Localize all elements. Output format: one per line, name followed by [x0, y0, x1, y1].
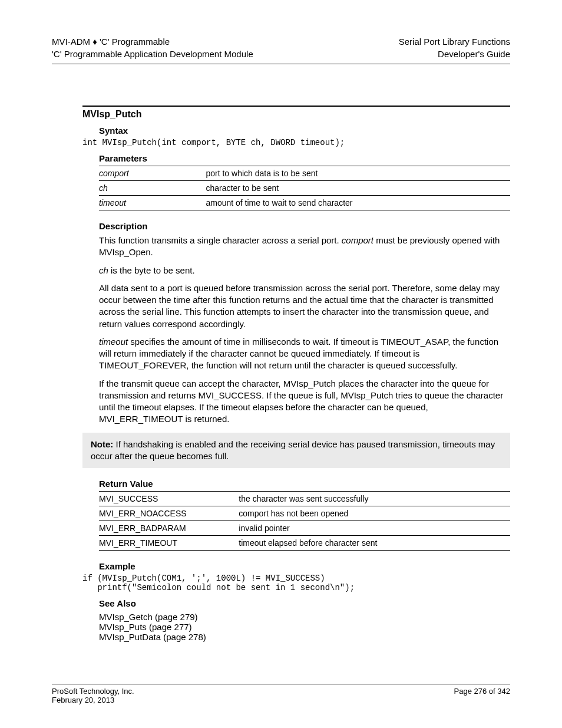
note-label: Note:	[91, 439, 113, 449]
table-row: MVI_SUCCESS the character was sent succe…	[99, 492, 510, 506]
param-desc: character to be sent	[206, 181, 510, 196]
heading-syntax: Syntax	[99, 126, 510, 136]
ret-desc: timeout elapsed before character sent	[239, 536, 510, 551]
header-right-line2: Developer's Guide	[399, 48, 510, 60]
desc-p1: This function transmits a single charact…	[99, 235, 510, 259]
syntax-code: int MVIsp_Putch(int comport, BYTE ch, DW…	[82, 138, 510, 147]
header-left-line1: MVI-ADM ♦ 'C' Programmable	[52, 35, 253, 48]
heading-see-also: See Also	[99, 598, 510, 608]
heading-example: Example	[99, 561, 510, 571]
example-code: if (MVIsp_Putch(COM1, ';', 1000L) != MVI…	[82, 574, 510, 592]
table-row: ch character to be sent	[99, 181, 510, 196]
description-body: This function transmits a single charact…	[99, 235, 510, 426]
ret-desc: the character was sent successfully	[239, 492, 510, 506]
desc-p5: If the transmit queue can accept the cha…	[99, 378, 510, 426]
header-right: Serial Port Library Functions Developer'…	[399, 35, 510, 60]
see-also-body: MVIsp_Getch (page 279) MVIsp_Puts (page …	[99, 612, 510, 642]
parameters-table: comport port to which data is to be sent…	[99, 166, 510, 210]
header-right-line1: Serial Port Library Functions	[399, 35, 510, 48]
param-desc: port to which data is to be sent	[206, 166, 510, 181]
page-header: MVI-ADM ♦ 'C' Programmable 'C' Programma…	[52, 35, 510, 64]
ret-desc: invalid pointer	[239, 521, 510, 536]
param-name: comport	[99, 166, 206, 181]
footer-date: February 20, 2013	[52, 696, 193, 704]
param-name: timeout	[99, 196, 206, 210]
desc-p3: All data sent to a port is queued before…	[99, 282, 510, 330]
function-title: MVIsp_Putch	[82, 109, 510, 120]
table-row: MVI_ERR_NOACCESS comport has not been op…	[99, 506, 510, 521]
desc-p4: timeout specifies the amount of time in …	[99, 336, 510, 372]
param-desc: amount of time to wait to send character	[206, 196, 510, 210]
heading-return-value: Return Value	[99, 479, 510, 489]
header-left: MVI-ADM ♦ 'C' Programmable 'C' Programma…	[52, 35, 253, 60]
heading-parameters: Parameters	[99, 153, 510, 163]
heading-description: Description	[99, 221, 510, 231]
ret-desc: comport has not been opened	[239, 506, 510, 521]
table-row: comport port to which data is to be sent	[99, 166, 510, 181]
table-row: timeout amount of time to wait to send c…	[99, 196, 510, 210]
note-box: Note: If handshaking is enabled and the …	[82, 433, 510, 469]
footer-right: Page 276 of 342	[369, 687, 510, 704]
ret-name: MVI_SUCCESS	[99, 492, 239, 506]
footer-left: ProSoft Technology, Inc. February 20, 20…	[52, 687, 193, 704]
header-left-line2: 'C' Programmable Application Development…	[52, 48, 253, 60]
page-footer: ProSoft Technology, Inc. February 20, 20…	[52, 684, 510, 704]
ret-name: MVI_ERR_NOACCESS	[99, 506, 239, 521]
footer-center	[193, 687, 369, 704]
footer-company: ProSoft Technology, Inc.	[52, 687, 193, 696]
title-rule	[82, 106, 510, 107]
ret-name: MVI_ERR_BADPARAM	[99, 521, 239, 536]
table-row: MVI_ERR_TIMEOUT timeout elapsed before c…	[99, 536, 510, 551]
table-row: MVI_ERR_BADPARAM invalid pointer	[99, 521, 510, 536]
return-value-table: MVI_SUCCESS the character was sent succe…	[99, 491, 510, 551]
ret-name: MVI_ERR_TIMEOUT	[99, 536, 239, 551]
param-name: ch	[99, 181, 206, 196]
desc-p2: ch is the byte to be sent.	[99, 265, 510, 276]
note-text: If handshaking is enabled and the receiv…	[91, 439, 495, 461]
